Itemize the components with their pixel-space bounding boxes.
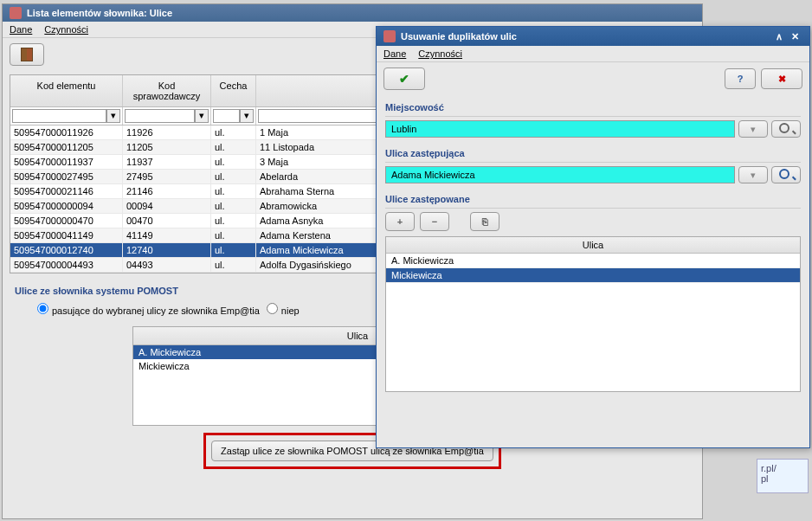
add-button[interactable]: + <box>385 212 415 231</box>
col-spr[interactable]: Kod sprawozdawczy <box>123 75 211 106</box>
menu-dane[interactable]: Dane <box>10 24 32 35</box>
dialog-menubar: Dane Czynności <box>377 46 809 62</box>
down-icon: ▾ <box>751 170 756 181</box>
ulica-zast-label: Ulica zastępująca <box>385 145 801 163</box>
app-icon <box>10 7 22 19</box>
side-strip: r.pl/ pl <box>757 459 809 493</box>
filter-cecha[interactable] <box>213 109 240 123</box>
replaced-grid: Ulica A. MickiewiczaMickiewicza <box>385 236 801 392</box>
down-icon: ▾ <box>751 124 756 135</box>
check-icon: ✔ <box>399 72 409 86</box>
dlg-menu-czynnosci[interactable]: Czynności <box>418 48 462 59</box>
dialog-icon <box>383 30 396 42</box>
miejscowosc-down-button[interactable]: ▾ <box>738 120 768 138</box>
door-icon <box>21 48 33 61</box>
ulica-zast-input[interactable]: Adama Mickiewicza <box>385 166 735 183</box>
dialog-titlebar[interactable]: Usuwanie duplikatów ulic ∧ ✕ <box>377 27 809 46</box>
radio-matching-input[interactable] <box>37 303 48 314</box>
filter-spr[interactable] <box>125 109 195 123</box>
dialog-body: Miejscowość Lublin ▾ Ulica zastępująca A… <box>377 95 809 396</box>
help-button[interactable]: ? <box>725 68 756 89</box>
filter-kod[interactable] <box>12 109 106 123</box>
dialog-title: Usuwanie duplikatów ulic <box>401 31 517 42</box>
miejscowosc-label: Miejscowość <box>385 99 801 117</box>
replaced-body: A. MickiewiczaMickiewicza <box>386 254 800 283</box>
filter-spr-dd[interactable]: ▾ <box>195 109 209 123</box>
list-item[interactable]: Mickiewicza <box>386 268 800 283</box>
dialog-min-icon[interactable]: ∧ <box>771 31 787 42</box>
ulica-zast-down-button[interactable]: ▾ <box>738 166 768 183</box>
miejscowosc-input[interactable]: Lublin <box>385 120 735 138</box>
radio-nonmatching-input[interactable] <box>267 303 278 314</box>
filter-cecha-dd[interactable]: ▾ <box>240 109 254 123</box>
mini-buttons: + − ⎘ <box>385 212 801 231</box>
dlg-menu-dane[interactable]: Dane <box>383 48 406 59</box>
cancel-button[interactable]: ✖ <box>761 68 802 89</box>
radio-matching[interactable]: pasujące do wybranej ulicy ze słownika E… <box>37 303 260 316</box>
col-kod[interactable]: Kod elementu <box>10 75 123 106</box>
ulice-zastep-label: Ulice zastępowane <box>385 190 801 209</box>
ulica-zast-search-button[interactable] <box>771 166 801 183</box>
radio-nonmatching[interactable]: niep <box>267 303 300 316</box>
main-titlebar[interactable]: Lista elementów słownika: Ulice <box>3 4 702 22</box>
magnifier-icon <box>779 123 794 135</box>
main-title: Lista elementów słownika: Ulice <box>27 8 172 18</box>
menu-czynnosci[interactable]: Czynności <box>44 24 88 35</box>
cancel-icon: ✖ <box>778 74 786 85</box>
duplicates-dialog: Usuwanie duplikatów ulic ∧ ✕ Dane Czynno… <box>376 26 810 448</box>
magnifier-icon <box>779 169 794 181</box>
replaced-col[interactable]: Ulica <box>386 237 800 254</box>
remove-button[interactable]: − <box>420 212 449 231</box>
miejscowosc-search-button[interactable] <box>771 120 801 138</box>
copy-button[interactable]: ⎘ <box>470 212 499 231</box>
exit-button[interactable] <box>10 43 44 66</box>
dialog-close-icon[interactable]: ✕ <box>787 31 802 42</box>
filter-kod-dd[interactable]: ▾ <box>106 109 120 123</box>
col-cecha[interactable]: Cecha <box>211 75 256 106</box>
help-icon: ? <box>738 74 744 84</box>
dialog-toolbar: ✔ ? ✖ <box>377 62 809 95</box>
ok-button[interactable]: ✔ <box>383 68 425 90</box>
list-item[interactable]: A. Mickiewicza <box>386 254 800 268</box>
